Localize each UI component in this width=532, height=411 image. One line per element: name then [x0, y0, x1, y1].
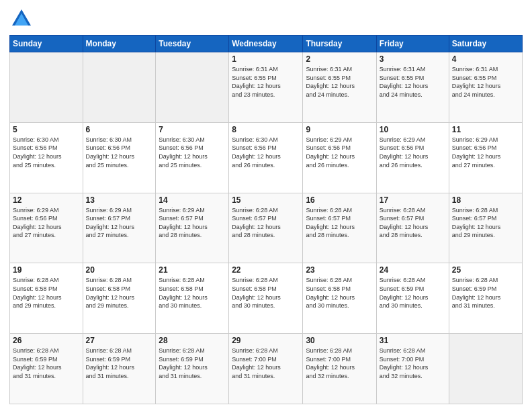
day-number: 4 — [452, 54, 519, 64]
day-number: 25 — [452, 265, 519, 275]
calendar-week: 26Sunrise: 6:28 AM Sunset: 6:59 PM Dayli… — [10, 334, 523, 404]
calendar-day: 29Sunrise: 6:28 AM Sunset: 7:00 PM Dayli… — [229, 334, 303, 404]
calendar-day: 23Sunrise: 6:28 AM Sunset: 6:58 PM Dayli… — [303, 263, 376, 334]
calendar-day: 3Sunrise: 6:31 AM Sunset: 6:55 PM Daylig… — [376, 52, 449, 123]
day-info: Sunrise: 6:30 AM Sunset: 6:56 PM Dayligh… — [159, 136, 226, 169]
calendar-header: SundayMondayTuesdayWednesdayThursdayFrid… — [10, 36, 523, 52]
calendar-day — [10, 52, 83, 123]
day-info: Sunrise: 6:28 AM Sunset: 6:59 PM Dayligh… — [159, 347, 226, 380]
day-info: Sunrise: 6:28 AM Sunset: 6:58 PM Dayligh… — [232, 276, 300, 310]
calendar-day: 28Sunrise: 6:28 AM Sunset: 6:59 PM Dayli… — [156, 334, 229, 404]
calendar-day: 9Sunrise: 6:29 AM Sunset: 6:56 PM Daylig… — [303, 122, 376, 193]
day-number: 30 — [306, 336, 373, 345]
day-info: Sunrise: 6:28 AM Sunset: 6:59 PM Dayligh… — [13, 347, 80, 380]
calendar-day: 27Sunrise: 6:28 AM Sunset: 6:59 PM Dayli… — [83, 334, 156, 404]
day-number: 8 — [232, 125, 300, 134]
day-number: 13 — [86, 195, 153, 205]
calendar-day: 25Sunrise: 6:28 AM Sunset: 6:59 PM Dayli… — [449, 263, 522, 334]
calendar-week: 5Sunrise: 6:30 AM Sunset: 6:56 PM Daylig… — [10, 122, 523, 193]
day-number: 19 — [13, 265, 80, 275]
calendar-day: 4Sunrise: 6:31 AM Sunset: 6:55 PM Daylig… — [449, 52, 522, 123]
day-number: 9 — [306, 125, 373, 134]
day-info: Sunrise: 6:28 AM Sunset: 7:00 PM Dayligh… — [306, 347, 373, 380]
day-info: Sunrise: 6:31 AM Sunset: 6:55 PM Dayligh… — [380, 65, 446, 99]
day-info: Sunrise: 6:28 AM Sunset: 6:57 PM Dayligh… — [380, 206, 446, 240]
day-info: Sunrise: 6:28 AM Sunset: 7:00 PM Dayligh… — [380, 347, 446, 380]
calendar-day — [83, 52, 156, 123]
calendar-day: 10Sunrise: 6:29 AM Sunset: 6:56 PM Dayli… — [376, 122, 449, 193]
calendar-day: 30Sunrise: 6:28 AM Sunset: 7:00 PM Dayli… — [303, 334, 376, 404]
weekday-header: Tuesday — [156, 36, 229, 52]
calendar-day: 22Sunrise: 6:28 AM Sunset: 6:58 PM Dayli… — [229, 263, 303, 334]
day-number: 12 — [13, 195, 80, 205]
day-number: 18 — [452, 195, 519, 205]
day-info: Sunrise: 6:29 AM Sunset: 6:56 PM Dayligh… — [452, 136, 519, 169]
page: SundayMondayTuesdayWednesdayThursdayFrid… — [0, 0, 532, 411]
day-info: Sunrise: 6:28 AM Sunset: 6:57 PM Dayligh… — [306, 206, 373, 240]
day-number: 24 — [380, 265, 446, 275]
day-number: 22 — [232, 265, 300, 275]
calendar-day: 26Sunrise: 6:28 AM Sunset: 6:59 PM Dayli… — [10, 334, 83, 404]
day-info: Sunrise: 6:30 AM Sunset: 6:56 PM Dayligh… — [13, 136, 80, 169]
calendar-day: 5Sunrise: 6:30 AM Sunset: 6:56 PM Daylig… — [10, 122, 83, 193]
header-row: SundayMondayTuesdayWednesdayThursdayFrid… — [10, 36, 523, 52]
calendar-day: 15Sunrise: 6:28 AM Sunset: 6:57 PM Dayli… — [229, 193, 303, 263]
day-info: Sunrise: 6:28 AM Sunset: 6:59 PM Dayligh… — [86, 347, 153, 380]
day-number: 31 — [380, 336, 446, 345]
day-number: 28 — [159, 336, 226, 345]
calendar-day: 17Sunrise: 6:28 AM Sunset: 6:57 PM Dayli… — [376, 193, 449, 263]
day-info: Sunrise: 6:30 AM Sunset: 6:56 PM Dayligh… — [232, 136, 300, 169]
calendar-day: 1Sunrise: 6:31 AM Sunset: 6:55 PM Daylig… — [229, 52, 303, 123]
day-info: Sunrise: 6:28 AM Sunset: 6:58 PM Dayligh… — [13, 276, 80, 310]
calendar-week: 1Sunrise: 6:31 AM Sunset: 6:55 PM Daylig… — [10, 52, 523, 123]
day-info: Sunrise: 6:31 AM Sunset: 6:55 PM Dayligh… — [306, 65, 373, 99]
day-number: 11 — [452, 125, 519, 134]
calendar-body: 1Sunrise: 6:31 AM Sunset: 6:55 PM Daylig… — [10, 52, 523, 404]
day-number: 1 — [232, 54, 300, 64]
day-info: Sunrise: 6:29 AM Sunset: 6:57 PM Dayligh… — [86, 206, 153, 240]
logo-icon — [9, 7, 34, 31]
calendar-week: 19Sunrise: 6:28 AM Sunset: 6:58 PM Dayli… — [10, 263, 523, 334]
day-info: Sunrise: 6:29 AM Sunset: 6:56 PM Dayligh… — [13, 206, 80, 240]
day-info: Sunrise: 6:28 AM Sunset: 6:59 PM Dayligh… — [380, 276, 446, 310]
weekday-header: Monday — [83, 36, 156, 52]
day-number: 5 — [13, 125, 80, 134]
calendar-day: 24Sunrise: 6:28 AM Sunset: 6:59 PM Dayli… — [376, 263, 449, 334]
day-info: Sunrise: 6:28 AM Sunset: 6:58 PM Dayligh… — [306, 276, 373, 310]
day-number: 2 — [306, 54, 373, 64]
weekday-header: Saturday — [449, 36, 522, 52]
calendar-table: SundayMondayTuesdayWednesdayThursdayFrid… — [9, 35, 523, 404]
calendar-day — [449, 334, 522, 404]
day-number: 16 — [306, 195, 373, 205]
day-number: 21 — [159, 265, 226, 275]
day-number: 6 — [86, 125, 153, 134]
calendar-day: 20Sunrise: 6:28 AM Sunset: 6:58 PM Dayli… — [83, 263, 156, 334]
day-info: Sunrise: 6:29 AM Sunset: 6:56 PM Dayligh… — [380, 136, 446, 169]
weekday-header: Friday — [376, 36, 449, 52]
weekday-header: Thursday — [303, 36, 376, 52]
day-info: Sunrise: 6:31 AM Sunset: 6:55 PM Dayligh… — [232, 65, 300, 99]
day-number: 29 — [232, 336, 300, 345]
calendar-day: 2Sunrise: 6:31 AM Sunset: 6:55 PM Daylig… — [303, 52, 376, 123]
day-info: Sunrise: 6:29 AM Sunset: 6:56 PM Dayligh… — [306, 136, 373, 169]
logo — [9, 7, 36, 31]
day-number: 26 — [13, 336, 80, 345]
day-number: 10 — [380, 125, 446, 134]
day-number: 27 — [86, 336, 153, 345]
day-info: Sunrise: 6:28 AM Sunset: 6:58 PM Dayligh… — [86, 276, 153, 310]
header — [9, 7, 523, 31]
day-number: 23 — [306, 265, 373, 275]
calendar-day: 8Sunrise: 6:30 AM Sunset: 6:56 PM Daylig… — [229, 122, 303, 193]
day-number: 7 — [159, 125, 226, 134]
day-number: 15 — [232, 195, 300, 205]
calendar-day: 18Sunrise: 6:28 AM Sunset: 6:57 PM Dayli… — [449, 193, 522, 263]
day-info: Sunrise: 6:28 AM Sunset: 7:00 PM Dayligh… — [232, 347, 300, 380]
day-number: 3 — [380, 54, 446, 64]
calendar-day: 31Sunrise: 6:28 AM Sunset: 7:00 PM Dayli… — [376, 334, 449, 404]
calendar-day: 11Sunrise: 6:29 AM Sunset: 6:56 PM Dayli… — [449, 122, 522, 193]
calendar-day: 14Sunrise: 6:29 AM Sunset: 6:57 PM Dayli… — [156, 193, 229, 263]
calendar-week: 12Sunrise: 6:29 AM Sunset: 6:56 PM Dayli… — [10, 193, 523, 263]
day-info: Sunrise: 6:31 AM Sunset: 6:55 PM Dayligh… — [452, 65, 519, 99]
calendar-day: 7Sunrise: 6:30 AM Sunset: 6:56 PM Daylig… — [156, 122, 229, 193]
calendar-day: 19Sunrise: 6:28 AM Sunset: 6:58 PM Dayli… — [10, 263, 83, 334]
